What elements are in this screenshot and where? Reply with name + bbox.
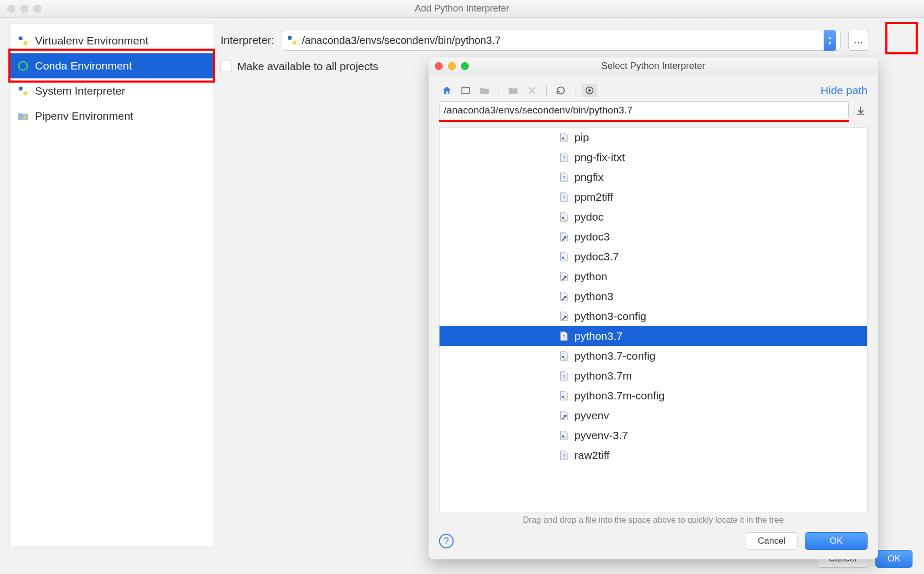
file-tree-item[interactable]: python: [440, 267, 867, 286]
goto-path-button[interactable]: [854, 104, 868, 117]
file-tree-item[interactable]: pydoc3: [440, 227, 867, 247]
file-tree-item[interactable]: ?png-fix-itxt: [440, 147, 867, 167]
sidebar-item-label: System Interpreter: [35, 85, 125, 97]
browse-interpreter-button[interactable]: ...: [848, 30, 869, 51]
sidebar-item-conda[interactable]: Conda Environment: [10, 53, 213, 78]
svg-rect-28: [564, 438, 566, 440]
subdialog-ok-button[interactable]: OK: [805, 532, 868, 550]
svg-rect-20: [564, 259, 566, 261]
file-name: pyvenv: [574, 409, 609, 422]
python-icon: [16, 84, 30, 98]
new-folder-button[interactable]: [477, 84, 492, 97]
file-name: python3.7m: [574, 370, 632, 382]
zoom-window-button[interactable]: [33, 5, 41, 13]
svg-rect-27: [562, 435, 564, 438]
add-folder-button[interactable]: [505, 84, 521, 97]
titlebar: Add Python Interpreter: [0, 0, 924, 18]
svg-text:?: ?: [562, 156, 565, 162]
svg-rect-7: [293, 41, 296, 44]
svg-text:?: ?: [562, 176, 565, 181]
file-icon: [558, 131, 570, 144]
file-tree-item[interactable]: pyvenv-3.7: [440, 426, 867, 445]
close-window-button[interactable]: [7, 5, 15, 13]
svg-text:?: ?: [562, 335, 565, 340]
make-available-checkbox[interactable]: [221, 61, 232, 72]
file-name: python3-config: [574, 310, 646, 323]
dropdown-stepper[interactable]: ▲▼: [824, 30, 836, 51]
file-tree-item[interactable]: pyvenv: [440, 406, 867, 426]
file-tree-item[interactable]: ?ppm2tiff: [440, 187, 867, 207]
minimize-window-button[interactable]: [20, 5, 28, 13]
zoom-subdialog-button[interactable]: [461, 62, 469, 70]
file-tree-item[interactable]: python3.7-config: [440, 346, 867, 366]
python-icon: [286, 35, 298, 46]
interpreter-dropdown[interactable]: /anaconda3/envs/secondenv/bin/python3.7 …: [282, 30, 841, 51]
svg-point-11: [588, 89, 591, 92]
subdialog-cancel-button[interactable]: Cancel: [746, 532, 798, 550]
file-tree[interactable]: pip?png-fix-itxt?pngfix?ppm2tiffpydocpyd…: [439, 127, 868, 512]
help-button[interactable]: ?: [439, 534, 454, 548]
project-root-button[interactable]: [458, 84, 473, 97]
delete-button[interactable]: [524, 84, 540, 97]
interpreter-label: Interpreter:: [221, 34, 274, 47]
home-button[interactable]: [439, 84, 455, 97]
svg-rect-19: [562, 257, 564, 259]
file-name: python3.7m-config: [574, 389, 665, 402]
file-icon: ?: [558, 330, 570, 342]
file-tree-item[interactable]: python3: [440, 286, 867, 306]
svg-rect-26: [564, 398, 566, 400]
file-tree-item[interactable]: ?pngfix: [440, 167, 867, 187]
svg-rect-17: [562, 217, 564, 219]
refresh-button[interactable]: [553, 84, 569, 97]
file-tree-item[interactable]: pydoc3.7: [440, 247, 867, 267]
file-name: pyvenv-3.7: [574, 429, 628, 442]
sidebar-item-pipenv[interactable]: Pipenv Environment: [10, 104, 213, 129]
file-icon: [558, 350, 570, 362]
svg-rect-9: [463, 87, 465, 88]
svg-rect-12: [562, 137, 564, 140]
file-icon: [558, 211, 570, 223]
file-icon: ?: [558, 171, 570, 183]
subdialog-footer: ? Cancel OK: [429, 527, 878, 559]
svg-rect-1: [24, 41, 27, 45]
svg-rect-3: [19, 87, 22, 90]
svg-rect-4: [24, 91, 27, 95]
path-input[interactable]: [439, 101, 849, 119]
file-icon: ?: [558, 370, 570, 382]
file-name: python3.7-config: [574, 350, 655, 362]
hide-path-link[interactable]: Hide path: [821, 84, 868, 97]
environment-type-sidebar: Virtualenv Environment Conda Environment…: [9, 24, 213, 546]
file-tree-item[interactable]: python3-config: [440, 306, 867, 326]
file-tree-item[interactable]: pip: [440, 128, 867, 147]
svg-rect-8: [462, 87, 470, 94]
ok-button[interactable]: OK: [875, 550, 913, 568]
file-icon: [558, 409, 570, 422]
file-name: python3.7: [574, 330, 622, 342]
subdialog-titlebar: Select Python Interpreter: [429, 58, 878, 75]
file-name: python: [574, 270, 607, 283]
file-icon: ?: [558, 449, 570, 462]
subdialog-title: Select Python Interpreter: [429, 61, 878, 72]
minimize-subdialog-button[interactable]: [448, 62, 456, 70]
sidebar-item-system[interactable]: System Interpreter: [10, 78, 213, 104]
make-available-label: Make available to all projects: [237, 60, 378, 73]
close-subdialog-button[interactable]: [435, 62, 443, 70]
svg-rect-6: [287, 36, 291, 40]
sidebar-item-virtualenv[interactable]: Virtualenv Environment: [10, 28, 213, 53]
file-tree-item[interactable]: ?python3.7: [440, 326, 867, 346]
file-tree-item[interactable]: python3.7m-config: [440, 386, 867, 406]
file-tree-item[interactable]: pydoc: [440, 207, 867, 227]
svg-point-2: [19, 62, 28, 71]
file-name: pydoc: [574, 211, 604, 223]
file-browser-toolbar: Hide path: [429, 75, 878, 101]
conda-icon: [16, 59, 30, 73]
svg-rect-0: [19, 37, 22, 40]
file-tree-item[interactable]: ?raw2tiff: [440, 445, 867, 465]
file-name: raw2tiff: [574, 449, 609, 462]
file-name: pngfix: [574, 171, 604, 183]
svg-rect-23: [564, 358, 566, 360]
file-tree-item[interactable]: ?python3.7m: [440, 366, 867, 386]
svg-text:?: ?: [562, 374, 565, 380]
show-hidden-button[interactable]: [582, 84, 597, 97]
python-venv-icon: [16, 34, 30, 48]
